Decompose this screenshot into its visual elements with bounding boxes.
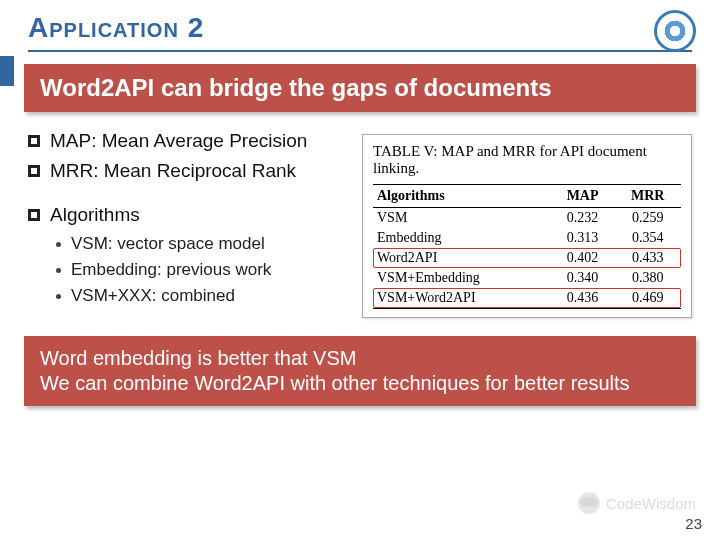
sub-bullet-combined: VSM+XXX: combined [56, 286, 352, 306]
table-caption: TABLE V: MAP and MRR for API document li… [373, 143, 681, 178]
slide: Application 2 Word2API can bridge the ga… [0, 0, 720, 540]
table-row: VSM+Word2API0.4360.469 [373, 288, 681, 309]
col-header-algo: Algorithms [373, 184, 551, 207]
sub-bullet-text: VSM+XXX: combined [71, 286, 235, 306]
dot-bullet-icon [56, 268, 61, 273]
title-underline [28, 50, 692, 52]
watermark-text: CodeWisdom [606, 495, 696, 512]
sub-bullet-text: Embedding: previous work [71, 260, 271, 280]
table-cell: VSM [373, 207, 551, 228]
results-table: TABLE V: MAP and MRR for API document li… [362, 134, 692, 318]
sub-bullet-list: VSM: vector space model Embedding: previ… [56, 234, 352, 306]
table-cell: 0.232 [551, 207, 615, 228]
table-cell: 0.340 [551, 268, 615, 288]
table-cell: 0.380 [615, 268, 681, 288]
square-bullet-icon [28, 135, 40, 147]
table-cell: Embedding [373, 228, 551, 248]
sub-bullet-vsm: VSM: vector space model [56, 234, 352, 254]
subtitle-banner: Word2API can bridge the gaps of document… [24, 64, 696, 112]
watermark: CodeWisdom [578, 492, 696, 514]
table-cell: Word2API [373, 248, 551, 268]
bullet-text: MRR: Mean Reciprocal Rank [50, 160, 296, 182]
table-row: Word2API0.4020.433 [373, 248, 681, 268]
table-cell: 0.433 [615, 248, 681, 268]
table-cell: VSM+Embedding [373, 268, 551, 288]
table-cell: 0.469 [615, 288, 681, 309]
bullet-mrr: MRR: Mean Reciprocal Rank [28, 160, 352, 182]
dot-bullet-icon [56, 242, 61, 247]
table-cell: VSM+Word2API [373, 288, 551, 309]
conclusion-banner: Word embedding is better that VSM We can… [24, 336, 696, 406]
col-header-map: MAP [551, 184, 615, 207]
wechat-icon [578, 492, 600, 514]
col-header-mrr: MRR [615, 184, 681, 207]
bullet-column: MAP: Mean Average Precision MRR: Mean Re… [28, 130, 352, 318]
conclusion-line-2: We can combine Word2API with other techn… [40, 371, 680, 396]
table-cell: 0.354 [615, 228, 681, 248]
data-table: Algorithms MAP MRR VSM0.2320.259Embeddin… [373, 184, 681, 309]
page-title: Application 2 [28, 12, 692, 44]
table-row: VSM+Embedding0.3400.380 [373, 268, 681, 288]
slide-header: Application 2 [0, 0, 720, 48]
table-body: VSM0.2320.259Embedding0.3130.354Word2API… [373, 207, 681, 308]
table-cell: 0.436 [551, 288, 615, 309]
content-area: MAP: Mean Average Precision MRR: Mean Re… [0, 112, 720, 318]
sub-bullet-embedding: Embedding: previous work [56, 260, 352, 280]
table-cell: 0.313 [551, 228, 615, 248]
bullet-algorithms: Algorithms [28, 204, 352, 226]
bullet-map: MAP: Mean Average Precision [28, 130, 352, 152]
table-row: VSM0.2320.259 [373, 207, 681, 228]
table-row: Embedding0.3130.354 [373, 228, 681, 248]
university-logo-icon [654, 10, 696, 52]
page-number: 23 [685, 515, 702, 532]
table-cell: 0.259 [615, 207, 681, 228]
dot-bullet-icon [56, 294, 61, 299]
logo-inner-icon [663, 19, 687, 43]
conclusion-line-1: Word embedding is better that VSM [40, 346, 680, 371]
side-accent [0, 56, 14, 86]
square-bullet-icon [28, 165, 40, 177]
bullet-text: MAP: Mean Average Precision [50, 130, 307, 152]
bullet-text: Algorithms [50, 204, 140, 226]
table-header-row: Algorithms MAP MRR [373, 184, 681, 207]
table-cell: 0.402 [551, 248, 615, 268]
sub-bullet-text: VSM: vector space model [71, 234, 265, 254]
square-bullet-icon [28, 209, 40, 221]
